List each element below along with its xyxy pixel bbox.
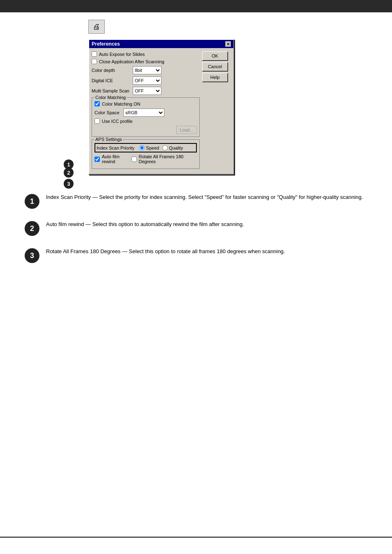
auto-film-rewind-label: Auto film rewind — [102, 154, 131, 164]
use-icc-label: Use ICC profile — [102, 119, 133, 124]
close-app-checkbox[interactable] — [92, 59, 97, 64]
close-app-row: Close Application After Scanning — [92, 59, 200, 64]
index-scan-label: Index Scan Priority — [97, 145, 134, 150]
multi-sample-row: Multi Sample Scan OFF 2 4 — [92, 87, 200, 95]
load-button: Load... — [176, 126, 197, 134]
color-matching-group: Color Matching Color Matching ON Color S… — [92, 97, 200, 137]
color-matching-group-label: Color Matching — [95, 95, 127, 100]
rotate-frames-checkbox[interactable] — [131, 157, 137, 162]
close-app-label: Close Application After Scanning — [99, 59, 164, 64]
use-icc-row: Use ICC profile — [95, 118, 197, 124]
help-button[interactable]: Help — [202, 73, 228, 82]
scanner-icon: 🖨 — [88, 20, 105, 34]
cancel-button[interactable]: Cancel — [202, 62, 228, 71]
speed-label: Speed — [146, 145, 159, 150]
callout-3: 3 — [64, 179, 74, 189]
desc-text-1: Index Scan Priority — Select the priorit… — [46, 193, 378, 202]
multi-sample-label: Multi Sample Scan — [92, 88, 133, 93]
color-space-select[interactable]: sRGB AdobeRGB — [123, 108, 164, 117]
color-depth-select[interactable]: 8bit 16bit — [133, 66, 161, 74]
dialog-titlebar: Preferences ✕ — [89, 40, 233, 48]
color-matching-on-label: Color Matching ON — [102, 102, 141, 106]
desc-number-1: 1 — [25, 194, 39, 209]
preferences-dialog: Preferences ✕ Auto Expose for Slides Clo… — [88, 39, 234, 175]
bottom-divider — [0, 537, 392, 538]
desc-text-3: Rotate All Frames 180 Degrees — Select t… — [46, 247, 378, 256]
speed-radio[interactable] — [139, 145, 145, 150]
rotate-frames-label: Rotate All Frames 180 Degrees — [139, 154, 197, 164]
top-banner — [0, 0, 392, 12]
digital-ice-row: Digital ICE OFF ON — [92, 76, 200, 85]
scanner-icon-area: 🖨 — [88, 20, 105, 34]
color-depth-label: Color depth — [92, 68, 133, 73]
color-space-row: Color Space sRGB AdobeRGB — [95, 108, 197, 117]
aps-settings-label: APS Settings — [95, 137, 123, 142]
dialog-close-button[interactable]: ✕ — [225, 41, 231, 47]
color-space-label: Color Space — [95, 110, 123, 115]
desc-text-2: Auto film rewind — Select this option to… — [46, 220, 378, 229]
film-rewind-row: Auto film rewind Rotate All Frames 180 D… — [95, 154, 197, 164]
color-depth-row: Color depth 8bit 16bit — [92, 66, 200, 74]
quality-label: Quality — [169, 145, 183, 150]
auto-expose-label: Auto Expose for Slides — [99, 52, 145, 57]
auto-film-rewind-checkbox[interactable] — [95, 157, 100, 162]
desc-item-3: 3 Rotate All Frames 180 Degrees — Select… — [25, 247, 378, 263]
multi-sample-select[interactable]: OFF 2 4 — [133, 87, 161, 95]
dialog-left-panel: Auto Expose for Slides Close Application… — [92, 51, 202, 171]
index-scan-priority-row: Index Scan Priority Speed Quality — [95, 143, 197, 152]
desc-number-2: 2 — [25, 221, 39, 236]
desc-number-3: 3 — [25, 248, 39, 263]
index-scan-radio-row: Index Scan Priority Speed Quality — [97, 145, 195, 150]
auto-expose-row: Auto Expose for Slides — [92, 51, 200, 57]
use-icc-checkbox[interactable] — [95, 118, 100, 124]
dialog-body: Auto Expose for Slides Close Application… — [89, 48, 233, 174]
desc-item-1: 1 Index Scan Priority — Select the prior… — [25, 193, 378, 209]
description-section: 1 Index Scan Priority — Select the prior… — [25, 193, 378, 275]
color-matching-on-row: Color Matching ON — [95, 101, 197, 106]
ok-button[interactable]: OK — [202, 51, 228, 60]
auto-expose-checkbox[interactable] — [92, 51, 97, 57]
callout-2: 2 — [64, 168, 74, 178]
dialog-right-panel: OK Cancel Help — [202, 51, 231, 171]
digital-ice-select[interactable]: OFF ON — [133, 76, 161, 85]
dialog-title: Preferences — [92, 41, 120, 47]
quality-radio[interactable] — [162, 145, 168, 150]
aps-settings-group: APS Settings Index Scan Priority Speed Q… — [92, 139, 200, 169]
digital-ice-label: Digital ICE — [92, 78, 133, 83]
color-matching-on-checkbox[interactable] — [95, 101, 100, 106]
desc-item-2: 2 Auto film rewind — Select this option … — [25, 220, 378, 236]
